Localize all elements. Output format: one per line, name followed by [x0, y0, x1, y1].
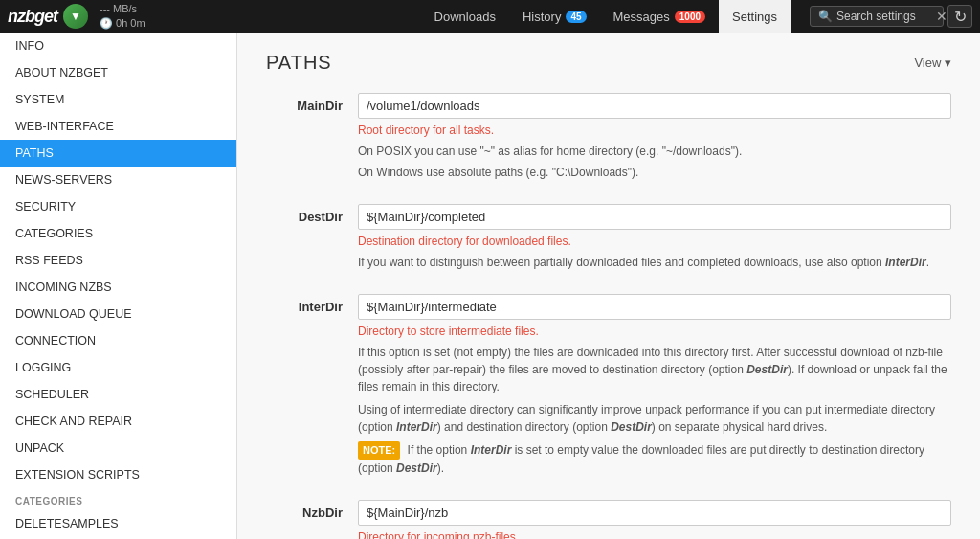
sidebar-item-logging[interactable]: LOGGING [0, 354, 236, 381]
tab-downloads[interactable]: Downloads [421, 0, 509, 33]
setting-interdir: InterDir Directory to store intermediate… [266, 294, 951, 481]
sidebar-item-rss-feeds[interactable]: RSS FEEDS [0, 247, 236, 274]
search-box: 🔍 ✕ [810, 6, 944, 27]
topbar: nzbget ▼ --- MB/s 🕐 0h 0m Downloads Hist… [0, 0, 980, 33]
sidebar-item-system[interactable]: SYSTEM [0, 86, 236, 113]
maindir-input[interactable] [358, 93, 951, 119]
stats-speed: --- MB/s [100, 2, 145, 16]
search-clear-icon[interactable]: ✕ [936, 10, 947, 23]
maindir-content: Root directory for all tasks. On POSIX y… [358, 93, 951, 185]
interdir-desc2: Using of intermediate directory can sign… [358, 401, 951, 436]
categories-header: CATEGORIES [0, 488, 236, 510]
sidebar: INFO ABOUT NZBGET SYSTEM WEB-INTERFACE P… [0, 33, 237, 539]
page-title: PATHS [266, 52, 332, 74]
stats-area: --- MB/s 🕐 0h 0m [100, 2, 145, 32]
nzbdir-input[interactable] [358, 500, 951, 526]
maindir-desc2: On Windows use absolute paths (e.g. "C:\… [358, 164, 951, 181]
nzbdir-error: Directory for incoming nzb-files. [358, 530, 951, 540]
sidebar-item-incoming-nzbs[interactable]: INCOMING NZBS [0, 274, 236, 301]
logo-area: nzbget ▼ [8, 4, 88, 29]
sidebar-item-scheduler[interactable]: SCHEDULER [0, 381, 236, 408]
interdir-input[interactable] [358, 294, 951, 320]
setting-maindir: MainDir Root directory for all tasks. On… [266, 93, 951, 185]
maindir-label: MainDir [266, 93, 343, 185]
content-area: PATHS View ▾ MainDir Root directory for … [237, 33, 980, 539]
page-header: PATHS View ▾ [266, 52, 951, 74]
interdir-desc1: If this option is set (not empty) the fi… [358, 344, 951, 395]
sidebar-item-news-servers[interactable]: NEWS-SERVERS [0, 167, 236, 193]
refresh-button[interactable]: ↻ [947, 5, 972, 28]
destdir-content: Destination directory for downloaded fil… [358, 204, 951, 275]
search-input[interactable] [836, 10, 932, 23]
tab-settings[interactable]: Settings [719, 0, 791, 33]
sidebar-item-deletesamples[interactable]: DELETESAMPLES [0, 510, 236, 537]
sidebar-item-info[interactable]: INFO [0, 33, 236, 59]
sidebar-item-web-interface[interactable]: WEB-INTERFACE [0, 113, 236, 140]
interdir-error: Directory to store intermediate files. [358, 325, 951, 338]
nzbdir-label: NzbDir [266, 500, 343, 540]
sidebar-item-paths[interactable]: PATHS [0, 140, 236, 167]
view-button[interactable]: View ▾ [914, 56, 951, 70]
destdir-desc1: If you want to distinguish between parti… [358, 254, 951, 271]
logo-icon: ▼ [63, 4, 88, 29]
history-badge: 45 [566, 11, 586, 23]
logo-text: nzbget [8, 7, 57, 27]
sidebar-item-download-queue[interactable]: DOWNLOAD QUEUE [0, 301, 236, 327]
sidebar-item-categories[interactable]: CATEGORIES [0, 220, 236, 247]
setting-destdir: DestDir Destination directory for downlo… [266, 204, 951, 275]
maindir-desc1: On POSIX you can use "~" as alias for ho… [358, 143, 951, 160]
tab-history[interactable]: History 45 [509, 0, 600, 33]
note-badge: NOTE: [358, 441, 400, 460]
maindir-error: Root directory for all tasks. [358, 124, 951, 137]
sidebar-item-about-nzbget[interactable]: ABOUT NZBGET [0, 59, 236, 86]
search-icon: 🔍 [818, 10, 833, 23]
sidebar-item-extension-scripts[interactable]: EXTENSION SCRIPTS [0, 461, 236, 488]
search-area: 🔍 ✕ ↻ [810, 5, 972, 28]
sidebar-item-security[interactable]: SECURITY [0, 193, 236, 220]
sidebar-item-connection[interactable]: CONNECTION [0, 327, 236, 354]
interdir-label: InterDir [266, 294, 343, 481]
nzbdir-content: Directory for incoming nzb-files. If a n… [358, 500, 951, 540]
sidebar-item-unpack[interactable]: UNPACK [0, 435, 236, 461]
nav-tabs: Downloads History 45 Messages 1000 Setti… [421, 0, 791, 33]
sidebar-item-check-and-repair[interactable]: CHECK AND REPAIR [0, 408, 236, 435]
interdir-content: Directory to store intermediate files. I… [358, 294, 951, 481]
setting-nzbdir: NzbDir Directory for incoming nzb-files.… [266, 500, 951, 540]
destdir-label: DestDir [266, 204, 343, 275]
main-area: INFO ABOUT NZBGET SYSTEM WEB-INTERFACE P… [0, 33, 980, 539]
interdir-desc3: NOTE: If the option InterDir is set to e… [358, 441, 951, 477]
destdir-error: Destination directory for downloaded fil… [358, 235, 951, 248]
messages-badge: 1000 [675, 11, 705, 23]
stats-time: 🕐 0h 0m [100, 16, 145, 31]
destdir-input[interactable] [358, 204, 951, 230]
tab-messages[interactable]: Messages 1000 [600, 0, 720, 33]
